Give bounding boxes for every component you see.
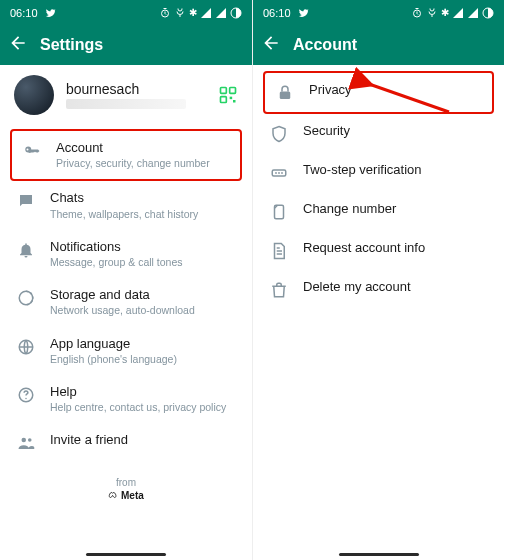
svg-rect-15: [432, 15, 433, 17]
item-title: Two-step verification: [303, 162, 488, 178]
svg-rect-5: [230, 97, 233, 100]
list-item-privacy[interactable]: Privacy: [263, 71, 494, 114]
page-title: Settings: [40, 36, 103, 54]
globe-icon: [16, 337, 36, 357]
svg-point-19: [278, 172, 280, 174]
item-sub: Privacy, security, change number: [56, 157, 230, 170]
pin-icon: [269, 163, 289, 183]
item-sub: Message, group & call tones: [50, 256, 236, 269]
svg-point-12: [22, 438, 27, 443]
status-icons: ✱: [411, 7, 494, 19]
gesture-bar: [339, 553, 419, 556]
svg-rect-6: [233, 100, 236, 103]
list-item-chats[interactable]: Chats Theme, wallpapers, chat history: [6, 181, 246, 229]
svg-point-18: [275, 172, 277, 174]
back-icon[interactable]: [261, 33, 281, 57]
status-icons: ✱: [159, 7, 242, 19]
item-sub: Theme, wallpapers, chat history: [50, 208, 236, 221]
settings-list: Account Privacy, security, change number…: [0, 129, 252, 462]
status-bar: 06:10 ✱: [253, 0, 504, 25]
list-item-security[interactable]: Security: [259, 114, 498, 153]
twitter-icon: [44, 7, 56, 19]
item-title: Notifications: [50, 239, 236, 255]
status-time: 06:10: [263, 7, 291, 19]
page-title: Account: [293, 36, 357, 54]
people-icon: [16, 433, 36, 453]
svg-rect-3: [230, 88, 236, 94]
list-item-request-info[interactable]: Request account info: [259, 231, 498, 270]
appbar: Settings: [0, 25, 252, 65]
item-title: Privacy: [309, 82, 482, 98]
data-icon: [16, 288, 36, 308]
item-title: Help: [50, 384, 236, 400]
twitter-icon: [297, 7, 309, 19]
sim-icon: [269, 202, 289, 222]
chat-icon: [16, 191, 36, 211]
shield-icon: [269, 124, 289, 144]
gesture-bar: [86, 553, 166, 556]
item-sub: Network usage, auto-download: [50, 304, 236, 317]
trash-icon: [269, 280, 289, 300]
item-title: App language: [50, 336, 236, 352]
screen-account: 06:10 ✱ Account Privacy: [252, 0, 504, 560]
item-sub: Help centre, contact us, privacy policy: [50, 401, 236, 414]
profile-row[interactable]: bournesach: [0, 65, 252, 129]
qr-icon[interactable]: [218, 85, 238, 105]
list-item-twostep[interactable]: Two-step verification: [259, 153, 498, 192]
status-time: 06:10: [10, 7, 38, 19]
list-item-change-number[interactable]: Change number: [259, 192, 498, 231]
svg-point-13: [28, 438, 32, 442]
list-item-language[interactable]: App language English (phone's language): [6, 327, 246, 375]
item-title: Request account info: [303, 240, 488, 256]
footer: from Meta: [0, 476, 252, 502]
key-icon: [22, 141, 42, 161]
profile-name: bournesach: [66, 81, 206, 97]
svg-rect-4: [221, 97, 227, 103]
list-item-help[interactable]: Help Help centre, contact us, privacy po…: [6, 375, 246, 423]
footer-from: from: [0, 476, 252, 489]
svg-point-20: [281, 172, 283, 174]
item-title: Security: [303, 123, 488, 139]
lock-icon: [275, 83, 295, 103]
account-list: Privacy Security Two-step verification C…: [253, 65, 504, 309]
list-item-storage[interactable]: Storage and data Network usage, auto-dow…: [6, 278, 246, 326]
item-title: Account: [56, 140, 230, 156]
svg-rect-2: [221, 88, 227, 94]
svg-point-7: [27, 149, 29, 151]
document-icon: [269, 241, 289, 261]
profile-status: [66, 99, 186, 109]
list-item-notifications[interactable]: Notifications Message, group & call tone…: [6, 230, 246, 278]
appbar: Account: [253, 25, 504, 65]
list-item-invite[interactable]: Invite a friend: [6, 423, 246, 462]
status-bar: 06:10 ✱: [0, 0, 252, 25]
item-sub: English (phone's language): [50, 353, 236, 366]
back-icon[interactable]: [8, 33, 28, 57]
list-item-delete-account[interactable]: Delete my account: [259, 270, 498, 309]
list-item-account[interactable]: Account Privacy, security, change number: [10, 129, 242, 181]
avatar: [14, 75, 54, 115]
bell-icon: [16, 240, 36, 260]
meta-logo: Meta: [0, 489, 252, 502]
item-title: Chats: [50, 190, 236, 206]
item-title: Storage and data: [50, 287, 236, 303]
help-icon: [16, 385, 36, 405]
screen-settings: 06:10 ✱ Settings bournesach: [0, 0, 252, 560]
svg-point-11: [25, 398, 27, 400]
item-title: Delete my account: [303, 279, 488, 295]
item-title: Invite a friend: [50, 432, 236, 448]
svg-rect-16: [280, 92, 291, 100]
svg-rect-1: [180, 15, 181, 17]
item-title: Change number: [303, 201, 488, 217]
